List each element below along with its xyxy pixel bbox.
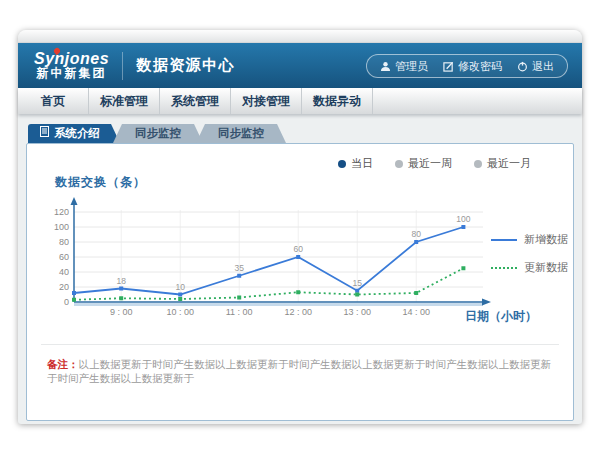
x-tick-label: 12 : 00	[284, 307, 312, 317]
radio-label: 当日	[351, 156, 373, 171]
point-label: 35	[234, 263, 244, 273]
data-point	[461, 225, 465, 229]
point-label: 80	[411, 229, 421, 239]
radio-today[interactable]: 当日	[338, 156, 373, 171]
data-point	[119, 296, 123, 300]
solid-line-icon	[491, 239, 517, 241]
tab-label: 系统介绍	[54, 124, 100, 143]
y-axis-title: 数据交换（条）	[55, 174, 146, 191]
radio-dot-icon	[474, 160, 482, 168]
user-icon	[380, 61, 391, 72]
company-logo: Synjones 新中新集团	[34, 51, 109, 81]
change-password-button[interactable]: 修改密码	[443, 59, 502, 74]
x-tick-label: 10 : 00	[166, 307, 194, 317]
y-tick-label: 60	[59, 252, 69, 262]
footnote-label: 备注：	[47, 358, 79, 370]
user-label: 管理员	[395, 59, 428, 74]
x-tick-label: 9 : 00	[110, 307, 133, 317]
radio-dot-icon	[338, 160, 346, 168]
nav-item-system[interactable]: 系统管理	[160, 88, 231, 114]
data-point	[237, 296, 241, 300]
point-label: 60	[293, 244, 303, 254]
power-icon	[517, 61, 528, 72]
data-point	[296, 255, 300, 259]
x-tick-label: 11 : 00	[226, 307, 253, 317]
data-point	[72, 298, 76, 302]
data-point	[414, 291, 418, 295]
point-label: 18	[116, 276, 126, 286]
logo-subtitle: 新中新集团	[34, 66, 109, 81]
y-tick-label: 120	[54, 207, 69, 217]
data-point	[119, 287, 123, 291]
point-label: 15	[352, 278, 362, 288]
legend-item-new-data: 新增数据	[491, 232, 568, 247]
footnote-text: 以上数据更新于时间产生数据以上数据更新于时间产生数据以上数据更新于时间产生数据以…	[47, 358, 551, 384]
data-point	[355, 293, 359, 297]
nav-item-standards[interactable]: 标准管理	[89, 88, 160, 114]
data-point	[296, 290, 300, 294]
x-tick-label: 13 : 00	[343, 307, 371, 317]
header-divider	[122, 52, 123, 80]
radio-dot-icon	[395, 160, 403, 168]
dotted-line-icon	[491, 267, 517, 269]
logout-label: 退出	[532, 59, 554, 74]
legend-label: 新增数据	[524, 232, 568, 247]
tab-bar: 系统介绍 同步监控 同步监控	[28, 124, 574, 143]
nav-item-home[interactable]: 首页	[18, 88, 89, 114]
legend-label: 更新数据	[524, 260, 568, 275]
edit-icon	[443, 61, 454, 72]
logout-button[interactable]: 退出	[517, 59, 554, 74]
nav-item-integration[interactable]: 对接管理	[231, 88, 302, 114]
tab-system-intro[interactable]: 系统介绍	[28, 124, 120, 143]
radio-label: 最近一月	[487, 156, 531, 171]
user-menu: 管理员 修改密码 退出	[366, 54, 568, 78]
page-title: 数据资源中心	[136, 56, 235, 75]
radio-last-month[interactable]: 最近一月	[474, 156, 531, 171]
x-axis-arrow-icon	[482, 299, 491, 306]
y-tick-label: 40	[59, 267, 69, 277]
x-axis-title: 日期（小时）	[465, 308, 537, 325]
nav-item-data-change[interactable]: 数据异动	[302, 88, 373, 114]
app-header: Synjones 新中新集团 数据资源中心 管理员 修改密码	[18, 43, 582, 88]
data-point	[414, 240, 418, 244]
chart-legend: 新增数据 更新数据	[491, 232, 568, 275]
change-password-label: 修改密码	[458, 59, 502, 74]
data-point	[237, 274, 241, 278]
radio-label: 最近一周	[408, 156, 452, 171]
radio-last-week[interactable]: 最近一周	[395, 156, 452, 171]
tab-sync-monitor-1[interactable]: 同步监控	[113, 124, 203, 143]
y-tick-label: 0	[64, 297, 69, 307]
series-line	[74, 268, 463, 300]
tab-sync-monitor-2[interactable]: 同步监控	[196, 124, 286, 143]
logo-text: Synjones	[34, 51, 109, 66]
data-point	[178, 293, 182, 297]
chart-svg: 9 : 0010 : 0011 : 0012 : 0013 : 0014 : 0…	[37, 194, 507, 326]
user-account-button[interactable]: 管理员	[380, 59, 428, 74]
y-axis-arrow-icon	[71, 197, 78, 205]
data-point	[178, 297, 182, 301]
chart-panel: 当日 最近一周 最近一月 数据交换（条） 9 : 0010 : 0011 : 0…	[26, 143, 574, 421]
data-point	[355, 289, 359, 293]
data-point	[72, 291, 76, 295]
x-tick-label: 14 : 00	[402, 307, 430, 317]
legend-item-updated-data: 更新数据	[491, 260, 568, 275]
window-chrome	[18, 30, 582, 43]
y-tick-label: 20	[59, 282, 69, 292]
app-window: Synjones 新中新集团 数据资源中心 管理员 修改密码	[18, 30, 582, 424]
y-tick-label: 100	[54, 222, 69, 232]
time-range-options: 当日 最近一周 最近一月	[338, 156, 531, 171]
content-area: 系统介绍 同步监控 同步监控 当日 最近一周 最近一月 数据交换	[18, 114, 582, 427]
point-label: 100	[456, 214, 470, 224]
y-tick-label: 80	[59, 237, 69, 247]
series-line	[74, 227, 463, 295]
footnote: 备注：以上数据更新于时间产生数据以上数据更新于时间产生数据以上数据更新于时间产生…	[41, 344, 559, 385]
point-label: 10	[175, 282, 185, 292]
main-nav: 首页 标准管理 系统管理 对接管理 数据异动	[18, 88, 582, 114]
data-point	[461, 266, 465, 270]
document-icon	[40, 124, 49, 143]
